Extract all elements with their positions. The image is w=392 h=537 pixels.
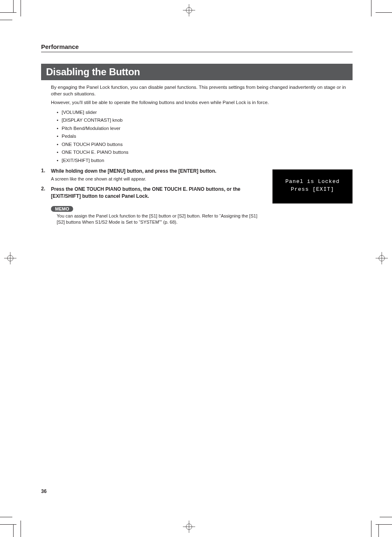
lcd-line: Panel is Locked (273, 178, 352, 185)
step-item: While holding down the [MENU] button, an… (41, 168, 266, 182)
list-item: ONE TOUCH PIANO buttons (57, 141, 353, 149)
step-body: A screen like the one shown at right wil… (51, 176, 266, 182)
list-item: [EXIT/SHIFT] button (57, 157, 353, 165)
list-item: Pitch Bend/Modulation lever (57, 125, 353, 133)
step-title: Press the ONE TOUCH PIANO buttons, the O… (51, 186, 266, 199)
list-item: [VOLUME] slider (57, 109, 353, 117)
page-title: Disabling the Button (41, 64, 353, 80)
page-content: Performance Disabling the Button By enga… (41, 43, 353, 225)
list-item: Pedals (57, 132, 353, 141)
page-number: 36 (41, 488, 46, 494)
intro-paragraph: However, you'll still be able to operate… (51, 100, 353, 106)
list-item: [DISPLAY CONTRAST] knob (57, 116, 353, 125)
lcd-line: Press [EXIT] (273, 186, 352, 193)
section-header: Performance (41, 43, 353, 52)
step-title: While holding down the [MENU] button, an… (51, 168, 266, 174)
list-item: ONE TOUCH E. PIANO buttons (57, 148, 353, 157)
bullet-list: [VOLUME] slider [DISPLAY CONTRAST] knob … (57, 109, 353, 165)
intro-paragraph: By engaging the Panel Lock function, you… (51, 84, 353, 97)
lcd-screen: Panel is Locked Press [EXIT] (272, 169, 353, 203)
memo-badge: MEMO (51, 206, 73, 212)
step-list: While holding down the [MENU] button, an… (41, 168, 266, 199)
memo-text: You can assign the Panel Lock function t… (51, 213, 266, 225)
step-item: Press the ONE TOUCH PIANO buttons, the O… (41, 186, 266, 199)
